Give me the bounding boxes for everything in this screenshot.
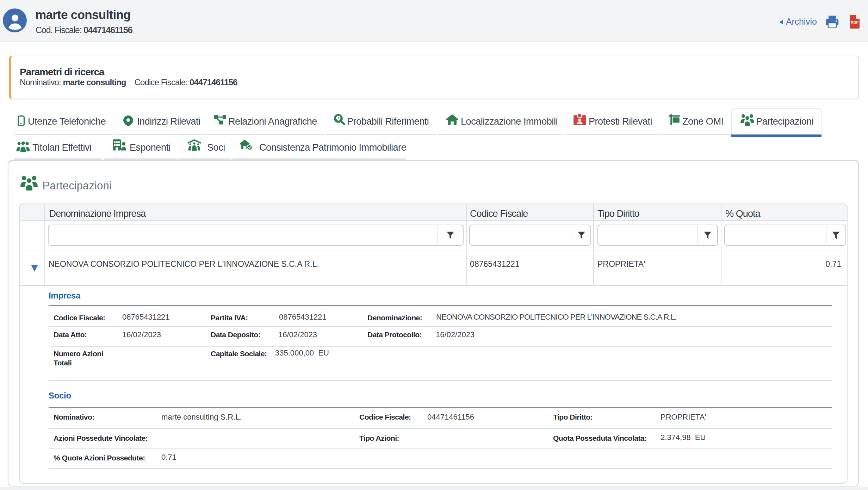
svg-text:PDF: PDF: [850, 21, 858, 25]
